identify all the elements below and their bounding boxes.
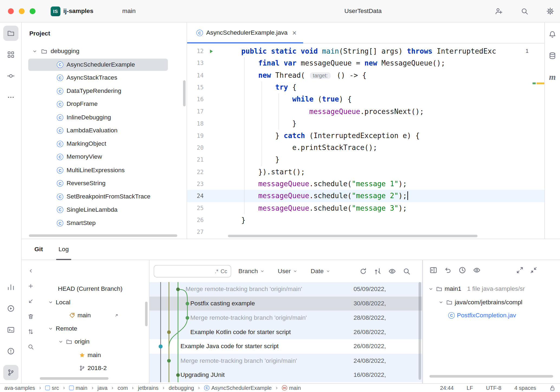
more-actions-button[interactable] xyxy=(440,5,452,17)
code-line[interactable]: 24 messageQueue.schedule("message 2"); xyxy=(187,190,545,202)
breadcrumb-item[interactable]: main xyxy=(69,385,87,391)
project-vertical-scrollbar[interactable] xyxy=(183,80,185,106)
tree-item[interactable]: CMarkingObject xyxy=(22,137,182,151)
breadcrumb-item[interactable]: src xyxy=(45,385,59,391)
git-compare-button[interactable] xyxy=(24,325,37,338)
project-horizontal-scrollbar[interactable] xyxy=(29,234,177,237)
commit-row[interactable]: Merge remote-tracking branch 'origin/mai… xyxy=(149,354,422,368)
git-arrow-down-left-button[interactable] xyxy=(24,295,37,308)
git-side-expand-button[interactable] xyxy=(24,362,37,375)
run-config-selector[interactable]: UserTestData xyxy=(338,5,387,18)
code-line[interactable]: 16 while (true) { xyxy=(187,93,545,106)
tree-item[interactable]: CAsyncStackTraces xyxy=(22,71,182,84)
clock-icon[interactable] xyxy=(458,266,466,274)
indent-style[interactable]: 4 spaces xyxy=(515,385,536,391)
tree-item[interactable]: CMemoryView xyxy=(22,151,182,164)
diff-preview-icon[interactable] xyxy=(429,266,437,274)
regex-toggle[interactable]: .* xyxy=(215,268,218,274)
branches-horizontal-scrollbar[interactable] xyxy=(40,377,109,380)
branch-item[interactable]: main xyxy=(40,309,145,322)
commit-row[interactable]: Postfix casting example30/08/2022, xyxy=(149,296,422,311)
commit-row[interactable]: Merge remote-tracking branch 'origin/mai… xyxy=(149,311,422,325)
changed-file-item[interactable]: CPostfixCompletion.jav xyxy=(423,309,560,322)
graph-icon[interactable] xyxy=(374,267,382,275)
tree-item-root[interactable]: debugging xyxy=(22,45,182,58)
code-line[interactable]: 20 e.printStackTrace(); xyxy=(187,142,545,154)
gear-button[interactable] xyxy=(544,5,556,17)
editor-horizontal-scrollbar[interactable] xyxy=(228,235,478,237)
breadcrumb-item[interactable]: CAsyncSchedulerExample xyxy=(204,385,272,391)
tool-play-circle-button[interactable] xyxy=(3,301,18,316)
breadcrumb-item[interactable]: com xyxy=(118,385,128,391)
code-line[interactable]: 15 try { xyxy=(187,81,545,94)
project-panel-header[interactable]: Project xyxy=(22,22,187,45)
expand-icon[interactable] xyxy=(516,266,524,274)
tree-item[interactable]: CSingleLineLambda xyxy=(22,203,182,217)
code-line[interactable]: 25 messageQueue.schedule("message 3"); xyxy=(187,202,545,214)
code-line[interactable]: 23 messageQueue.schedule("message 1"); xyxy=(187,178,545,190)
code-line[interactable]: 26 } xyxy=(187,214,545,226)
tree-item[interactable]: CSmartStep xyxy=(22,217,182,230)
changed-file-item[interactable]: main11 file java-samples/sr xyxy=(423,282,560,296)
branch-item[interactable]: 2018-2 xyxy=(40,362,145,375)
branch-item[interactable]: HEAD (Current Branch) xyxy=(40,282,145,296)
commit-row[interactable]: Merge remote-tracking branch 'origin/mai… xyxy=(149,282,422,296)
git-trash-button[interactable] xyxy=(24,310,37,323)
code-line[interactable]: 14 new Thread( target: () -> { xyxy=(187,69,545,81)
git-panel-title[interactable]: Git xyxy=(34,246,43,253)
file-encoding[interactable]: UTF-8 xyxy=(486,385,502,391)
undo-icon[interactable] xyxy=(444,266,452,274)
filter-date[interactable]: Date xyxy=(311,267,330,275)
breadcrumb-item[interactable]: ava-samples xyxy=(4,385,35,391)
tool-branch-button[interactable] xyxy=(3,365,18,380)
git-chevron-left-button[interactable] xyxy=(24,264,37,277)
caret-position[interactable]: 24:44 xyxy=(440,385,454,391)
code-line[interactable]: 19 } catch (InterruptedException e) { xyxy=(187,130,545,142)
tool-maven-button[interactable]: m xyxy=(545,69,560,84)
breadcrumb-item[interactable]: jetbrains xyxy=(138,385,159,391)
filter-user[interactable]: User xyxy=(278,267,298,275)
code-editor[interactable]: 12 public static void main(String[] args… xyxy=(187,44,545,239)
branch-item[interactable]: origin xyxy=(40,335,145,348)
branch-item[interactable]: Remote xyxy=(40,322,145,335)
code-line[interactable]: 18 } xyxy=(187,117,545,130)
search-icon[interactable] xyxy=(403,267,411,275)
tool-structure-button[interactable] xyxy=(3,47,18,62)
run-button[interactable] xyxy=(404,5,416,17)
tool-database-button[interactable] xyxy=(545,48,560,63)
branches-vertical-scrollbar[interactable] xyxy=(145,302,148,326)
tree-item[interactable]: CInlineDebugging xyxy=(22,111,182,124)
tree-item[interactable]: CDropFrame xyxy=(22,98,182,111)
breadcrumb-item[interactable]: java xyxy=(97,385,108,391)
collapse-icon[interactable] xyxy=(530,266,538,274)
tool-chart-button[interactable] xyxy=(3,280,18,295)
branch-item[interactable]: main xyxy=(40,348,145,362)
eye-icon[interactable] xyxy=(388,267,396,275)
debug-button[interactable] xyxy=(422,5,434,17)
tree-item[interactable]: CMultiLineExpressions xyxy=(22,164,182,177)
lock-open-icon[interactable] xyxy=(549,385,556,391)
editor-tab[interactable]: C AsyncSchedulerExample.java × xyxy=(187,22,303,43)
search-button[interactable] xyxy=(518,5,530,17)
run-line-icon[interactable] xyxy=(208,48,214,54)
code-line[interactable]: 13 final var messageQueue = new MessageQ… xyxy=(187,57,545,70)
zoom-window-button[interactable] xyxy=(30,8,35,14)
git-search-button[interactable] xyxy=(24,340,37,353)
commit-row[interactable]: Example Java code for starter script26/0… xyxy=(149,339,422,354)
filter-branch[interactable]: Branch xyxy=(238,267,265,275)
tab-log[interactable]: Log xyxy=(57,239,70,260)
project-widget[interactable]: IS ij-samples xyxy=(48,5,99,18)
user-plus-button[interactable] xyxy=(493,5,505,17)
match-case-toggle[interactable]: Cc xyxy=(220,268,227,274)
code-line[interactable]: 12 public static void main(String[] args… xyxy=(187,45,545,57)
minimize-window-button[interactable] xyxy=(19,8,24,14)
tool-bell-button[interactable] xyxy=(545,27,560,42)
tree-item[interactable]: CLambdaEvaluation xyxy=(22,124,182,137)
tool-more-button[interactable] xyxy=(3,90,18,105)
commit-search-field[interactable]: .* Cc xyxy=(154,265,231,277)
branch-item[interactable]: Local xyxy=(40,296,145,309)
tree-item[interactable]: CSetBreakpointFromStackTrace xyxy=(22,190,182,203)
close-window-button[interactable] xyxy=(8,8,14,14)
close-tab-icon[interactable]: × xyxy=(292,29,297,37)
tool-error-button[interactable] xyxy=(3,344,18,359)
